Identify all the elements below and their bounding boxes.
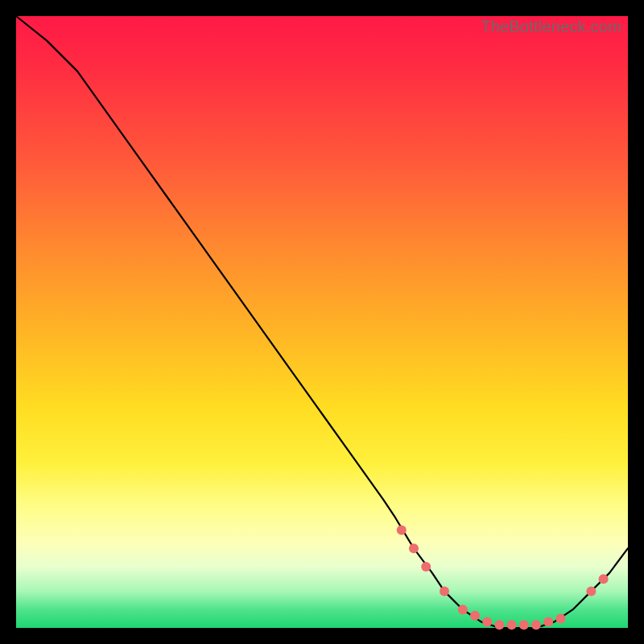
curve-marker	[458, 605, 468, 614]
curve-marker	[494, 620, 504, 630]
plot-area: TheBottleneck.com	[16, 16, 628, 628]
curve-marker	[507, 620, 517, 630]
curve-marker	[421, 562, 431, 572]
curve-marker	[482, 617, 492, 626]
curve-marker	[531, 620, 541, 630]
chart-frame: TheBottleneck.com	[0, 0, 644, 644]
curve-marker	[397, 525, 407, 535]
curve-marker	[555, 614, 565, 624]
curve-marker	[599, 574, 609, 584]
curve-marker	[543, 617, 553, 626]
curve-marker	[519, 620, 529, 630]
curve-svg	[16, 16, 628, 628]
curve-marker	[470, 611, 480, 621]
bottleneck-curve	[16, 16, 628, 628]
curve-marker	[586, 586, 596, 596]
curve-marker	[409, 543, 419, 553]
marker-group	[397, 525, 609, 630]
curve-marker	[440, 586, 449, 596]
